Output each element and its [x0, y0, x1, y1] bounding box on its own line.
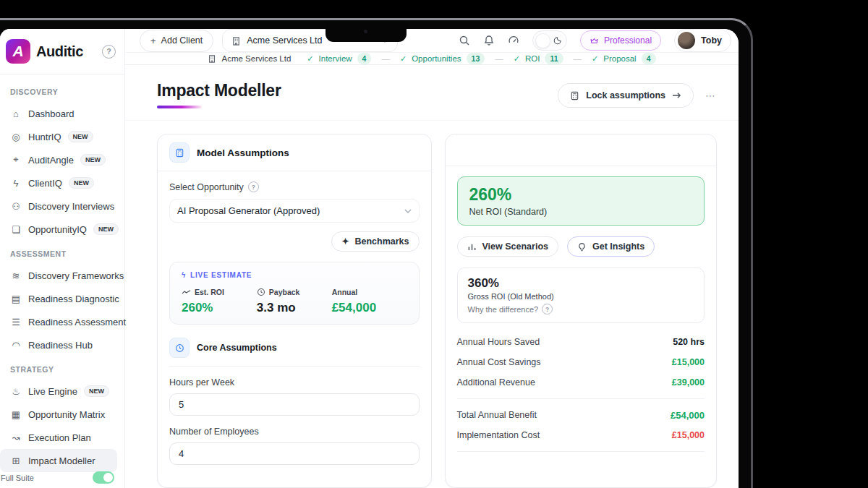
view-scenarios-label: View Scenarios	[482, 241, 549, 252]
step-roi[interactable]: ✓ ROI 11	[514, 53, 563, 64]
plan-badge[interactable]: Professional	[580, 30, 661, 51]
grid-icon: ▦	[10, 409, 22, 420]
live-estimate-panel: ϟ LIVE ESTIMATE Est. ROI 260%	[169, 262, 420, 325]
route-icon: ↝	[10, 432, 22, 443]
toggle-knob	[103, 473, 113, 482]
app-window: A Auditic ? DISCOVERY ⌂ Dashboard ◎ Hunt…	[0, 29, 739, 488]
live-metrics: Est. ROI 260% Payback 3.3 mo	[182, 288, 407, 315]
sidebar-item-opportunity-matrix[interactable]: ▦ Opportunity Matrix	[0, 403, 117, 426]
row-total-annual-benefit: Total Annual Benefit £54,000	[457, 405, 705, 425]
sparkles-icon: ✦	[341, 236, 349, 247]
sidebar-header: A Auditic ?	[0, 29, 124, 74]
model-assumptions-card: Model Assumptions Select Opportunity ? A…	[157, 134, 432, 488]
bell-icon[interactable]	[483, 35, 495, 46]
stack-icon: ☰	[10, 317, 22, 328]
label-text: Select Opportunity	[169, 182, 244, 192]
step-proposal[interactable]: ✓ Proposal 4	[592, 53, 655, 64]
opportunity-select[interactable]: AI Proposal Generator (Approved)	[169, 199, 420, 223]
divider	[457, 451, 705, 452]
results-breakdown: Annual Hours Saved 520 hrs Annual Cost S…	[457, 332, 705, 452]
help-icon: ?	[542, 304, 553, 314]
sidebar-item-opportunityiq[interactable]: ❏ OpportunityIQ NEW	[0, 218, 117, 241]
hours-per-week-input[interactable]	[169, 393, 420, 416]
number-of-employees-input[interactable]	[169, 442, 420, 465]
help-icon[interactable]: ?	[248, 181, 259, 192]
add-client-label: Add Client	[161, 35, 203, 46]
gauge-icon[interactable]	[508, 35, 519, 46]
row-value: £15,000	[672, 430, 705, 440]
camera-notch	[326, 20, 407, 42]
benchmarks-button[interactable]: ✦ Benchmarks	[331, 231, 419, 252]
add-client-button[interactable]: + Add Client	[140, 30, 213, 52]
more-options-button[interactable]: ⋯	[705, 90, 717, 101]
moon-icon	[553, 35, 563, 45]
row-label: Annual Hours Saved	[457, 337, 540, 347]
step-opportunities[interactable]: ✓ Opportunities 13	[400, 53, 485, 64]
gauge-icon: ◠	[10, 340, 22, 351]
bar-chart-icon	[467, 243, 477, 251]
new-badge: NEW	[80, 154, 106, 166]
sidebar-item-readiness-diagnostic[interactable]: ▤ Readiness Diagnostic	[0, 287, 117, 310]
sidebar-item-auditangle[interactable]: ⌖ AuditAngle NEW	[0, 148, 117, 171]
get-insights-button[interactable]: Get Insights	[567, 236, 655, 257]
main-area: + Add Client Acme Services Ltd	[125, 29, 739, 488]
topbar-icons: Professional Toby	[459, 29, 731, 52]
step-interview[interactable]: ✓ Interview 4	[307, 53, 371, 64]
search-icon[interactable]	[459, 35, 470, 46]
row-value: 520 hrs	[673, 337, 705, 347]
content-cards: Model Assumptions Select Opportunity ? A…	[125, 121, 739, 488]
check-icon: ✓	[400, 54, 407, 64]
sidebar-item-label: Live Engine	[28, 386, 77, 397]
sidebar-item-discovery-interviews[interactable]: ⚇ Discovery Interviews	[0, 194, 117, 218]
full-suite-toggle[interactable]	[93, 471, 114, 484]
sidebar-item-dashboard[interactable]: ⌂ Dashboard	[0, 102, 117, 125]
sidebar-item-readiness-hub[interactable]: ◠ Readiness Hub	[0, 333, 117, 356]
results-actions: View Scenarios Get Insights	[457, 236, 705, 257]
user-menu[interactable]: Toby	[674, 29, 731, 52]
bolt-icon: ϟ	[182, 271, 186, 279]
benchmarks-label: Benchmarks	[354, 236, 409, 247]
new-badge: NEW	[84, 385, 109, 397]
new-badge: NEW	[93, 223, 119, 235]
sidebar-item-label: Impact Modeller	[28, 455, 95, 466]
sidebar-item-live-engine[interactable]: ♨ Live Engine NEW	[0, 380, 117, 403]
sidebar-item-label: Discovery Frameworks	[28, 270, 124, 281]
sidebar-item-huntriq[interactable]: ◎ HuntrIQ NEW	[0, 125, 117, 148]
net-roi-label: Net ROI (Standard)	[469, 207, 693, 217]
step-count-badge: 13	[467, 53, 485, 64]
sidebar-item-label: ClientIQ	[28, 178, 62, 189]
core-assumptions-header: Core Assumptions	[169, 338, 420, 367]
select-opportunity-label: Select Opportunity ?	[169, 181, 420, 192]
net-roi-value: 260%	[469, 185, 693, 205]
building-icon	[231, 36, 241, 46]
help-icon[interactable]: ?	[102, 45, 116, 59]
sidebar-item-impact-modeller[interactable]: ⊞ Impact Modeller	[0, 449, 117, 472]
lock-assumptions-button[interactable]: Lock assumptions	[558, 83, 694, 108]
new-badge: NEW	[69, 177, 94, 189]
home-icon: ⌂	[10, 108, 22, 119]
crown-icon	[590, 36, 599, 46]
check-icon: ✓	[592, 54, 598, 64]
sidebar-item-execution-plan[interactable]: ↝ Execution Plan	[0, 426, 117, 449]
view-scenarios-button[interactable]: View Scenarios	[457, 236, 559, 257]
layers-icon: ≋	[10, 270, 22, 281]
row-additional-revenue: Additional Revenue £39,000	[457, 372, 705, 393]
hours-per-week-label: Hours per Week	[169, 377, 420, 388]
theme-toggle[interactable]	[532, 30, 567, 51]
metric-value: 3.3 mo	[257, 301, 332, 315]
user-name: Toby	[701, 35, 722, 46]
row-label: Implementation Cost	[457, 430, 540, 440]
gross-roi-value: 360%	[468, 276, 694, 291]
gross-roi-label: Gross ROI (Old Method)	[468, 292, 694, 301]
sidebar-item-discovery-frameworks[interactable]: ≋ Discovery Frameworks	[0, 264, 117, 287]
sidebar-item-clientiq[interactable]: ϟ ClientIQ NEW	[0, 171, 117, 194]
why-difference-link[interactable]: Why the difference? ?	[468, 304, 694, 314]
clock-icon	[169, 338, 190, 358]
sidebar-item-label: Readiness Hub	[28, 340, 93, 351]
check-icon: ✓	[514, 54, 520, 64]
sidebar-item-readiness-assessment[interactable]: ☰ Readiness Assessment	[0, 310, 117, 333]
metric-label: Payback	[269, 288, 300, 296]
live-estimate-label: LIVE ESTIMATE	[190, 271, 252, 279]
sidebar-item-label: Opportunity Matrix	[28, 409, 105, 420]
clock-icon	[257, 288, 265, 296]
